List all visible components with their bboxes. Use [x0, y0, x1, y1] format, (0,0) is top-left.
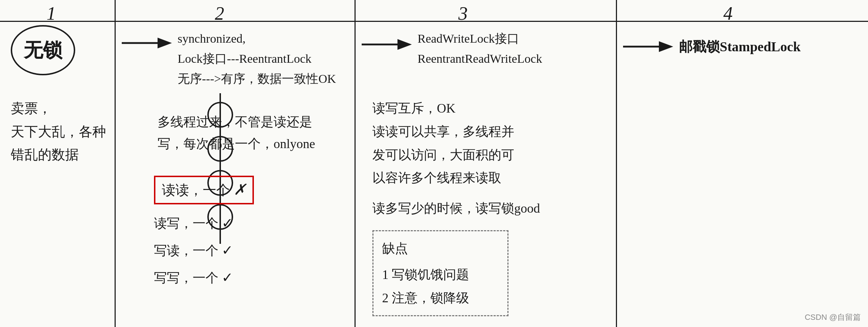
col2-items-list: 读写，一个 ✓ 写读，一个 ✓ 写写，一个 ✓	[154, 209, 347, 291]
col3-header-area: ReadWriteLock接口 ReentrantReadWriteLock	[362, 29, 542, 69]
col4-header-area: 邮戳锁StampedLock	[623, 36, 801, 57]
col-divider-2-3	[355, 0, 356, 327]
watermark: CSDN @自留篇	[805, 312, 861, 323]
col3-body-line4: 以容许多个线程来读取	[372, 166, 609, 190]
col2-mid-line1: 多线程过来，不管是读还是	[158, 111, 347, 133]
col2-line1: synchronized,	[178, 29, 336, 49]
col3-head-line1: ReadWriteLock接口	[418, 29, 542, 49]
col1-content: 无锁 卖票， 天下大乱，各种 错乱的数据	[11, 25, 111, 166]
col2-mid-line2: 写，每次都是一个，onlyone	[158, 133, 347, 155]
col3-body-line2: 读读可以共享，多线程并	[372, 120, 609, 143]
col3-defects-title: 缺点	[382, 237, 499, 260]
col2-item-xiedu: 写读，一个 ✓	[154, 237, 347, 264]
col-num-1: 1	[47, 3, 56, 24]
col3-body-line3: 发可以访问，大面积的可	[372, 143, 609, 167]
svg-marker-1	[158, 38, 172, 48]
col2-item-xiexie: 写写，一个 ✓	[154, 264, 347, 291]
col-num-2: 2	[215, 3, 224, 24]
col2-lower-items: 读读，一个 ✗ 读写，一个 ✓ 写读，一个 ✓ 写写，一个 ✓	[154, 176, 347, 291]
col2-item-duxie: 读写，一个 ✓	[154, 209, 347, 237]
svg-marker-8	[397, 39, 412, 50]
col3-arrow-icon	[362, 34, 412, 55]
svg-marker-10	[659, 41, 673, 52]
col3-body: 读写互斥，OK 读读可以共享，多线程并 发可以访问，大面积的可 以容许多个线程来…	[372, 97, 609, 316]
col3-good-text: 读多写少的时候，读写锁good	[372, 197, 609, 220]
col2-arrow-icon	[122, 32, 172, 54]
col3-body-line1: 读写互斥，OK	[372, 97, 609, 120]
col1-text-line3: 错乱的数据	[11, 143, 111, 166]
col1-description: 卖票， 天下大乱，各种 错乱的数据	[11, 97, 111, 166]
col3-header-text: ReadWriteLock接口 ReentrantReadWriteLock	[418, 29, 542, 69]
col-num-3: 3	[458, 3, 468, 24]
col2-header-area: synchronized, Lock接口---ReentrantLock 无序-…	[122, 29, 336, 89]
col2-line3: 无序--->有序，数据一致性OK	[178, 69, 336, 89]
col4-arrow-icon	[623, 36, 673, 57]
col-num-4: 4	[723, 3, 733, 24]
col2-middle-text: 多线程过来，不管是读还是 写，每次都是一个，onlyone	[158, 111, 347, 155]
col2-dududu-box: 读读，一个 ✗	[154, 176, 254, 204]
col2-dududu-text: 读读，一个	[162, 183, 233, 198]
col4-header-text: 邮戳锁StampedLock	[679, 38, 801, 56]
col3-defects-box: 缺点 1 写锁饥饿问题 2 注意，锁降级	[372, 230, 508, 316]
col3-defect2: 2 注意，锁降级	[382, 286, 499, 310]
top-divider	[0, 21, 868, 22]
col2-dududu-cross: ✗	[233, 181, 246, 198]
col3-head-line2: ReentrantReadWriteLock	[418, 49, 542, 69]
col3-defects-list: 1 写锁饥饿问题 2 注意，锁降级	[382, 263, 499, 310]
main-page: 1 2 3 4 无锁 卖票， 天下大乱，各种 错乱的数据 synchronize…	[0, 0, 868, 327]
col-divider-3-4	[616, 0, 617, 327]
col1-text-line2: 天下大乱，各种	[11, 120, 111, 143]
col-divider-1-2	[115, 0, 116, 327]
col3-defect1: 1 写锁饥饿问题	[382, 263, 499, 286]
col2-header-text: synchronized, Lock接口---ReentrantLock 无序-…	[178, 29, 336, 89]
col1-text-line1: 卖票，	[11, 97, 111, 120]
col2-line2: Lock接口---ReentrantLock	[178, 49, 336, 69]
no-lock-label: 无锁	[11, 25, 75, 75]
